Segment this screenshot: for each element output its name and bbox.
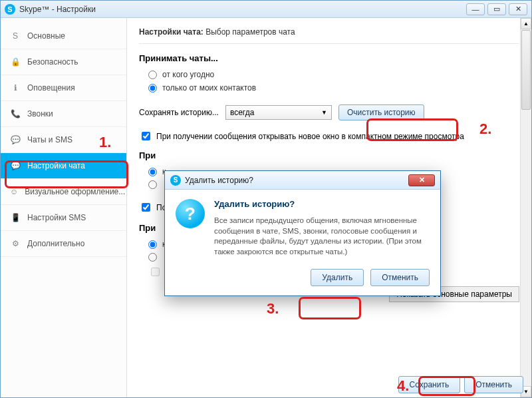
dialog-delete-button[interactable]: Удалить xyxy=(311,269,364,286)
radio-label: от кого угодно xyxy=(162,70,214,79)
sidebar: S Основные 🔒 Безопасность ℹ Оповещения 📞… xyxy=(1,18,127,397)
chat-icon: 💬 xyxy=(10,134,21,145)
radio-trunc3[interactable] xyxy=(148,240,157,249)
sms-icon: 📱 xyxy=(10,212,21,223)
skype-icon: S xyxy=(170,175,181,186)
scroll-up-icon[interactable]: ▲ xyxy=(521,18,531,29)
sidebar-item-calls[interactable]: 📞 Звонки xyxy=(1,101,126,127)
dialog-cancel-button[interactable]: Отменить xyxy=(370,269,430,286)
dropdown-value: всегда xyxy=(230,108,254,117)
dialog-close-button[interactable]: ✕ xyxy=(408,174,435,186)
history-row: Сохранять историю... всегда ▼ Очистить и… xyxy=(139,104,519,120)
compact-mode-checkbox-row[interactable]: При получении сообщения открывать новое … xyxy=(139,130,519,142)
radio-label: только от моих контактов xyxy=(162,83,256,93)
auto-accept-files-checkbox[interactable] xyxy=(151,268,160,276)
radio-anyone[interactable] xyxy=(148,71,157,79)
lock-icon: 🔒 xyxy=(10,57,21,67)
settings-window: S Skype™ - Настройки — ▭ ✕ S Основные 🔒 … xyxy=(0,0,532,398)
radio-contacts[interactable] xyxy=(148,84,157,93)
section-pri1: При xyxy=(139,150,519,160)
chevron-down-icon: ▼ xyxy=(321,109,327,116)
sidebar-item-chats-sms[interactable]: 💬 Чаты и SMS xyxy=(1,127,126,153)
smiley-icon: ☺ xyxy=(10,186,18,197)
sidebar-item-sms-settings[interactable]: 📱 Настройки SMS xyxy=(1,205,126,231)
sidebar-item-label: Оповещения xyxy=(27,83,75,93)
delete-history-dialog: S Удалить историю? ✕ ? Удалить историю? … xyxy=(164,170,441,296)
sidebar-item-label: Звонки xyxy=(27,109,53,118)
question-icon: ? xyxy=(176,199,205,228)
radio-trunc2[interactable] xyxy=(148,180,157,189)
dialog-title: Удалить историю? xyxy=(185,176,404,185)
dialog-body: ? Удалить историю? Все записи предыдущег… xyxy=(165,190,440,264)
skype-icon: S xyxy=(5,4,15,15)
dialog-description: Все записи предыдущего общения, включая … xyxy=(214,216,430,257)
sidebar-item-advanced[interactable]: ⚙ Дополнительно xyxy=(1,231,126,257)
chat-bubble-icon: 💬 xyxy=(10,160,21,171)
sidebar-item-chat-settings[interactable]: 💬 Настройки чата xyxy=(1,153,126,179)
checkbox-label: При получении сообщения открывать новое … xyxy=(156,132,464,141)
radio-trunc1[interactable] xyxy=(148,168,157,176)
titlebar: S Skype™ - Настройки — ▭ ✕ xyxy=(1,1,531,18)
sidebar-item-label: Основные xyxy=(27,31,65,41)
close-button[interactable]: ✕ xyxy=(509,3,527,15)
radio-trunc4[interactable] xyxy=(148,253,157,262)
header-rest: Выбор параметров чата xyxy=(203,27,295,37)
sidebar-item-appearance[interactable]: ☺ Визуальное оформление... xyxy=(1,179,126,205)
checkbox-po[interactable] xyxy=(142,203,150,212)
sidebar-item-general[interactable]: S Основные xyxy=(1,23,126,49)
sidebar-item-label: Визуальное оформление... xyxy=(25,187,125,196)
skype-s-icon: S xyxy=(10,31,21,41)
sidebar-item-label: Чаты и SMS xyxy=(27,135,72,144)
accept-option-anyone[interactable]: от кого угодно xyxy=(148,70,519,79)
history-label: Сохранять историю... xyxy=(139,108,219,117)
dialog-heading: Удалить историю? xyxy=(214,199,430,209)
clear-history-button[interactable]: Очистить историю xyxy=(338,104,424,120)
cancel-button[interactable]: Отменить xyxy=(464,376,523,393)
maximize-button[interactable]: ▭ xyxy=(487,3,506,15)
main-header: Настройки чата: Выбор параметров чата xyxy=(139,27,519,44)
sidebar-item-label: Дополнительно xyxy=(27,239,84,248)
dialog-titlebar: S Удалить историю? ✕ xyxy=(165,171,440,190)
save-button[interactable]: Сохранить xyxy=(398,376,461,393)
info-icon: ℹ xyxy=(10,83,21,93)
compact-mode-checkbox[interactable] xyxy=(142,132,150,140)
section-accept-chats: Принимать чаты... xyxy=(139,53,519,63)
header-bold: Настройки чата: xyxy=(139,27,203,37)
sidebar-item-label: Настройки SMS xyxy=(27,213,86,222)
gear-icon: ⚙ xyxy=(10,238,21,249)
window-title: Skype™ - Настройки xyxy=(19,5,466,14)
window-controls: — ▭ ✕ xyxy=(466,3,527,15)
dialog-actions: Удалить Отменить xyxy=(165,264,440,296)
sidebar-item-security[interactable]: 🔒 Безопасность xyxy=(1,49,126,75)
sidebar-item-label: Безопасность xyxy=(27,57,78,67)
vertical-scrollbar[interactable]: ▲ ▼ xyxy=(520,18,531,397)
history-dropdown[interactable]: всегда ▼ xyxy=(225,105,332,120)
sidebar-item-notifications[interactable]: ℹ Оповещения xyxy=(1,75,126,101)
accept-option-contacts[interactable]: только от моих контактов xyxy=(148,83,519,93)
phone-icon: 📞 xyxy=(10,108,21,119)
scrollbar-thumb[interactable] xyxy=(521,30,531,110)
bottom-bar: Сохранить Отменить xyxy=(135,376,523,393)
minimize-button[interactable]: — xyxy=(466,3,485,15)
sidebar-item-label: Настройки чата xyxy=(27,161,85,170)
